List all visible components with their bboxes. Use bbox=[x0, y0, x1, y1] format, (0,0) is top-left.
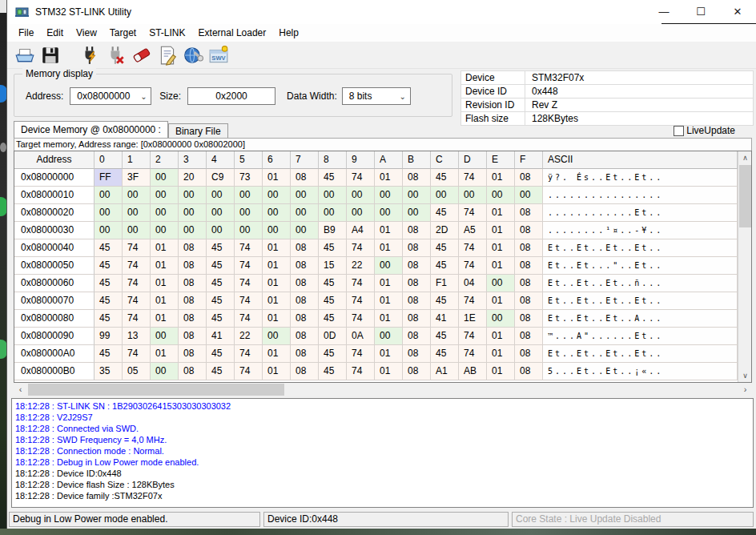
hex-byte-cell[interactable]: 08 bbox=[179, 310, 207, 328]
hex-byte-cell[interactable]: 00 bbox=[263, 204, 291, 222]
hex-byte-cell[interactable]: 08 bbox=[291, 169, 319, 187]
hex-byte-cell[interactable]: 08 bbox=[291, 310, 319, 328]
hex-byte-cell[interactable]: 45 bbox=[319, 363, 347, 380]
horizontal-scrollbar-thumb[interactable] bbox=[28, 384, 284, 396]
hex-byte-cell[interactable]: 01 bbox=[151, 310, 179, 328]
hex-byte-cell[interactable]: 08 bbox=[403, 328, 431, 345]
hex-byte-cell[interactable]: 74 bbox=[347, 275, 375, 292]
hex-byte-cell[interactable]: 01 bbox=[151, 257, 179, 275]
hex-byte-cell[interactable]: 08 bbox=[515, 204, 543, 222]
hex-byte-cell[interactable]: 00 bbox=[263, 328, 291, 345]
hex-byte-cell[interactable]: 74 bbox=[123, 239, 151, 257]
hex-byte-cell[interactable]: 01 bbox=[263, 345, 291, 363]
hex-byte-cell[interactable]: 08 bbox=[515, 292, 543, 310]
menu-edit[interactable]: Edit bbox=[40, 25, 70, 41]
hex-byte-cell[interactable]: 00 bbox=[207, 222, 235, 239]
menu-st-link[interactable]: ST-LINK bbox=[143, 25, 191, 41]
live-update-toggle[interactable]: LiveUpdate bbox=[674, 125, 735, 136]
hex-byte-cell[interactable]: 35 bbox=[94, 363, 123, 380]
address-combobox[interactable]: 0x08000000 ⌄ bbox=[70, 87, 151, 105]
hex-byte-cell[interactable]: 01 bbox=[263, 169, 291, 187]
hex-byte-cell[interactable]: 00 bbox=[347, 187, 375, 204]
hex-byte-cell[interactable]: 45 bbox=[94, 239, 123, 257]
hex-byte-cell[interactable]: 01 bbox=[487, 239, 515, 257]
hex-byte-cell[interactable]: 74 bbox=[235, 275, 263, 292]
data-width-combobox[interactable]: 8 bits ⌄ bbox=[342, 87, 411, 105]
hex-byte-cell[interactable]: F1 bbox=[431, 275, 459, 292]
hex-byte-cell[interactable]: 08 bbox=[515, 328, 543, 345]
hex-byte-cell[interactable]: 45 bbox=[207, 310, 235, 328]
hex-byte-cell[interactable]: 08 bbox=[179, 239, 207, 257]
hex-byte-cell[interactable]: 74 bbox=[123, 257, 151, 275]
scroll-down-icon[interactable]: ∨ bbox=[738, 369, 752, 382]
hex-byte-cell[interactable]: 08 bbox=[515, 257, 543, 275]
hex-byte-cell[interactable]: 00 bbox=[487, 275, 515, 292]
hex-byte-cell[interactable]: 00 bbox=[403, 187, 431, 204]
hex-byte-cell[interactable]: 45 bbox=[207, 239, 235, 257]
hex-byte-cell[interactable]: 08 bbox=[515, 239, 543, 257]
hex-byte-cell[interactable]: 00 bbox=[235, 187, 263, 204]
hex-byte-cell[interactable]: 08 bbox=[291, 363, 319, 380]
minimize-button[interactable]: — bbox=[645, 0, 682, 23]
hex-byte-cell[interactable]: 00 bbox=[263, 187, 291, 204]
program-verify-icon[interactable] bbox=[156, 44, 179, 66]
open-file-icon[interactable] bbox=[14, 44, 36, 66]
settings-icon[interactable] bbox=[182, 44, 204, 66]
hex-byte-cell[interactable]: 45 bbox=[431, 204, 459, 222]
hex-byte-cell[interactable]: 01 bbox=[487, 345, 515, 363]
hex-byte-cell[interactable]: 01 bbox=[263, 275, 291, 292]
hex-byte-cell[interactable]: 45 bbox=[319, 292, 347, 310]
hex-byte-cell[interactable]: 45 bbox=[94, 345, 123, 363]
save-file-icon[interactable] bbox=[39, 44, 62, 66]
hex-byte-cell[interactable]: 41 bbox=[207, 328, 235, 345]
hex-byte-cell[interactable]: 01 bbox=[375, 275, 403, 292]
hex-byte-cell[interactable]: 22 bbox=[347, 257, 375, 275]
hex-byte-cell[interactable]: 08 bbox=[403, 239, 431, 257]
menu-file[interactable]: File bbox=[12, 25, 40, 41]
hex-byte-cell[interactable]: 08 bbox=[291, 345, 319, 363]
hex-byte-cell[interactable]: 00 bbox=[347, 204, 375, 222]
hex-byte-cell[interactable]: 01 bbox=[375, 363, 403, 380]
hex-byte-cell[interactable]: 00 bbox=[123, 187, 151, 204]
hex-byte-cell[interactable]: 00 bbox=[515, 187, 543, 204]
hex-byte-cell[interactable]: 74 bbox=[235, 310, 263, 328]
hex-byte-cell[interactable]: 74 bbox=[235, 292, 263, 310]
hex-byte-cell[interactable]: 74 bbox=[459, 328, 487, 345]
hex-byte-cell[interactable]: 73 bbox=[235, 169, 263, 187]
hex-byte-cell[interactable]: 00 bbox=[263, 222, 291, 239]
live-update-checkbox[interactable] bbox=[674, 126, 684, 136]
hex-byte-cell[interactable]: FF bbox=[94, 169, 123, 187]
hex-byte-cell[interactable]: 74 bbox=[123, 292, 151, 310]
hex-byte-cell[interactable]: 13 bbox=[123, 328, 151, 345]
hex-byte-cell[interactable]: 00 bbox=[207, 187, 235, 204]
hex-byte-cell[interactable]: 08 bbox=[515, 310, 543, 328]
hex-byte-cell[interactable]: 00 bbox=[151, 328, 179, 345]
connect-icon[interactable] bbox=[79, 44, 102, 66]
hex-byte-cell[interactable]: 45 bbox=[431, 328, 459, 345]
hex-byte-cell[interactable]: 74 bbox=[459, 292, 487, 310]
hex-byte-cell[interactable]: 01 bbox=[151, 239, 179, 257]
close-button[interactable]: ✕ bbox=[719, 0, 756, 23]
hex-byte-cell[interactable]: 00 bbox=[179, 204, 207, 222]
hex-byte-cell[interactable]: 04 bbox=[459, 275, 487, 292]
hex-byte-cell[interactable]: 1E bbox=[459, 310, 487, 328]
hex-byte-cell[interactable]: 08 bbox=[403, 275, 431, 292]
hex-byte-cell[interactable]: 05 bbox=[123, 363, 151, 380]
hex-byte-cell[interactable]: 00 bbox=[235, 204, 263, 222]
hex-byte-cell[interactable]: 45 bbox=[94, 275, 123, 292]
hex-byte-cell[interactable]: 45 bbox=[431, 169, 459, 187]
hex-byte-cell[interactable]: 00 bbox=[487, 310, 515, 328]
hex-byte-cell[interactable]: 74 bbox=[459, 239, 487, 257]
hex-byte-cell[interactable]: 3F bbox=[123, 169, 151, 187]
hex-byte-cell[interactable]: 45 bbox=[207, 275, 235, 292]
hex-byte-cell[interactable]: 0D bbox=[319, 328, 347, 345]
hex-byte-cell[interactable]: 45 bbox=[319, 310, 347, 328]
hex-byte-cell[interactable]: 74 bbox=[123, 310, 151, 328]
hex-byte-cell[interactable]: 01 bbox=[487, 363, 515, 380]
disconnect-icon[interactable] bbox=[105, 44, 127, 66]
hex-byte-cell[interactable]: 01 bbox=[263, 292, 291, 310]
hex-byte-cell[interactable]: 01 bbox=[151, 345, 179, 363]
hex-byte-cell[interactable]: 45 bbox=[431, 345, 459, 363]
hex-byte-cell[interactable]: A4 bbox=[347, 222, 375, 239]
hex-byte-cell[interactable]: 08 bbox=[403, 292, 431, 310]
